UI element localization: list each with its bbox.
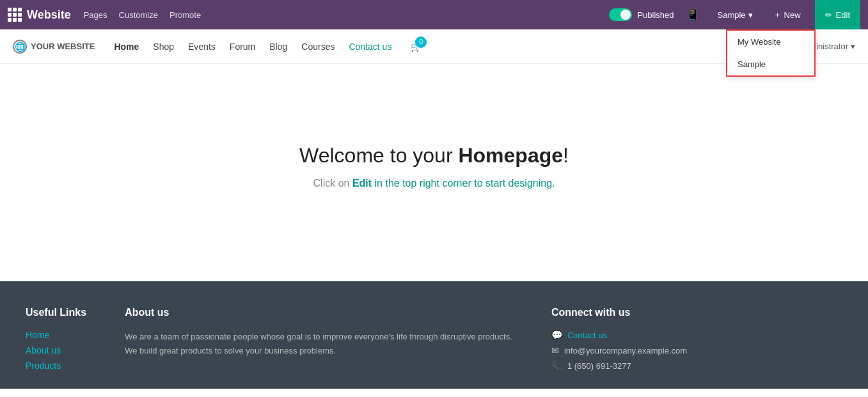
footer-useful-links: Useful Links Home About us Products <box>26 307 86 376</box>
connect-phone-text: 1 (650) 691-3277 <box>567 361 631 371</box>
about-text: We are a team of passionate people whose… <box>125 330 513 358</box>
site-logo[interactable]: 🌐 YOUR WEBSITE <box>13 40 95 54</box>
pencil-icon: ✏ <box>825 10 832 20</box>
nav-shop[interactable]: Shop <box>153 42 174 52</box>
plus-icon: ＋ <box>773 9 782 20</box>
useful-links-heading: Useful Links <box>26 307 86 318</box>
hero-title-bold: Homepage <box>458 144 563 167</box>
email-icon: ✉ <box>551 345 559 355</box>
hero-title-end: ! <box>563 144 569 167</box>
admin-nav: Pages Customize Promote <box>84 10 201 20</box>
admin-bar: Website Pages Customize Promote Publishe… <box>0 0 868 29</box>
admin-bar-right: Published 📱 Sample ▾ ＋ New ✏ Edit <box>609 0 860 29</box>
mobile-icon[interactable]: 📱 <box>681 8 705 22</box>
connect-phone: 📞 1 (650) 691-3277 <box>551 361 842 371</box>
footer: Useful Links Home About us Products Abou… <box>0 281 868 389</box>
dropdown-item-mywebsite[interactable]: My Website <box>727 31 814 53</box>
connect-email-text: info@yourcompany.example.com <box>564 346 687 355</box>
about-heading: About us <box>125 307 513 318</box>
cart-badge: 0 <box>415 36 427 48</box>
connect-heading: Connect with us <box>551 307 842 318</box>
nav-courses[interactable]: Courses <box>301 42 335 52</box>
site-logo-text: YOUR WEBSITE <box>31 42 95 51</box>
admin-bar-left: Website Pages Customize Promote <box>8 8 201 22</box>
nav-pages[interactable]: Pages <box>84 10 107 20</box>
nav-forum[interactable]: Forum <box>230 42 255 52</box>
dropdown-item-sample[interactable]: Sample <box>727 53 814 75</box>
footer-connect: Connect with us 💬 Contact us ✉ info@your… <box>551 307 842 376</box>
published-toggle[interactable]: Published <box>609 8 674 21</box>
footer-link-products[interactable]: Products <box>26 361 86 371</box>
hero-subtitle: Click on Edit in the top right corner to… <box>313 178 555 189</box>
hero-section: Welcome to your Homepage! Click on Edit … <box>0 64 868 281</box>
toggle-switch[interactable] <box>609 8 632 21</box>
hero-subtitle-start: Click on <box>313 178 352 189</box>
phone-icon: 📞 <box>551 361 562 371</box>
nav-events[interactable]: Events <box>188 42 216 52</box>
chevron-down-icon: ▾ <box>748 10 753 20</box>
cart-icon[interactable]: 🛒 0 <box>411 42 422 52</box>
footer-link-home[interactable]: Home <box>26 330 86 340</box>
globe-icon: 🌐 <box>13 40 27 54</box>
hero-subtitle-end: in the top right corner to start designi… <box>372 178 555 189</box>
admin-logo[interactable]: Website <box>8 8 71 22</box>
nav-contact[interactable]: Contact us <box>349 42 391 52</box>
nav-home[interactable]: Home <box>114 42 139 52</box>
hero-subtitle-edit: Edit <box>352 178 372 189</box>
grid-icon <box>8 8 22 22</box>
new-button[interactable]: ＋ New <box>766 5 809 24</box>
nav-customize[interactable]: Customize <box>119 10 158 20</box>
sample-dropdown: My Website Sample <box>726 29 816 77</box>
footer-about: About us We are a team of passionate peo… <box>125 307 513 376</box>
site-nav-links: Home Shop Events Forum Blog Courses Cont… <box>114 42 799 52</box>
edit-button[interactable]: ✏ Edit <box>815 0 860 29</box>
chat-icon: 💬 <box>551 330 562 340</box>
footer-link-about[interactable]: About us <box>26 345 86 355</box>
sample-button[interactable]: Sample ▾ <box>711 6 759 24</box>
connect-contact: 💬 Contact us <box>551 330 842 340</box>
connect-contact-link[interactable]: Contact us <box>567 331 607 340</box>
nav-blog[interactable]: Blog <box>269 42 287 52</box>
hero-title: Welcome to your Homepage! <box>299 144 569 167</box>
admin-logo-text: Website <box>27 8 71 22</box>
connect-email: ✉ info@yourcompany.example.com <box>551 345 842 355</box>
chevron-down-icon: ▾ <box>851 42 855 51</box>
nav-promote[interactable]: Promote <box>170 10 201 20</box>
hero-title-normal: Welcome to your <box>299 144 458 167</box>
published-label: Published <box>637 10 674 20</box>
footer-links-list: Home About us Products <box>26 330 86 371</box>
